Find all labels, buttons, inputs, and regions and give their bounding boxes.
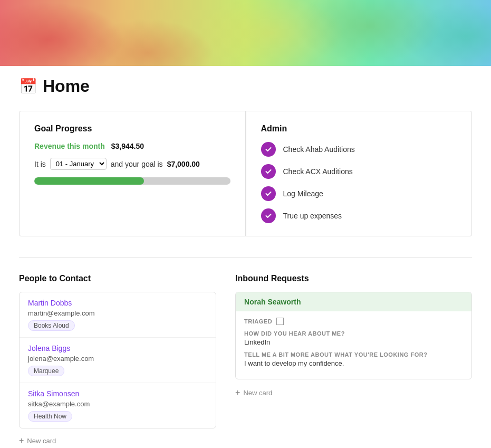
check-circle-icon — [261, 164, 276, 179]
contact-card[interactable]: Jolena Biggs jolena@example.com Marquee — [20, 338, 216, 383]
triaged-label: TRIAGED — [244, 318, 272, 325]
looking-for-value: I want to develop my confidence. — [244, 359, 463, 367]
contact-name: Sitka Simonsen — [28, 389, 207, 398]
contact-tag: Books Aloud — [28, 320, 75, 331]
revenue-row: Revenue this month $3,944.50 — [34, 142, 230, 150]
inbound-card: Norah Seaworth TRIAGED HOW DID YOU HEAR … — [235, 292, 472, 379]
it-is-label: It is — [34, 160, 46, 168]
admin-item-label: True up expenses — [283, 212, 342, 220]
contact-tag: Health Now — [28, 411, 72, 422]
revenue-value: $3,944.50 — [111, 142, 144, 150]
new-contact-card-button[interactable]: + New card — [19, 434, 56, 447]
admin-section: Admin Check Ahab Auditions — [246, 111, 472, 236]
contact-card[interactable]: Martin Dobbs martin@example.com Books Al… — [20, 292, 216, 338]
how-heard-value: LinkedIn — [244, 338, 463, 346]
check-circle-icon — [261, 186, 276, 201]
new-inbound-label: New card — [243, 389, 272, 397]
progress-bar-fill — [34, 177, 144, 185]
looking-for-label: TELL ME A BIT MORE ABOUT WHAT YOU'RE LOO… — [244, 351, 463, 358]
plus-icon: + — [19, 436, 24, 445]
calendar-icon: 📅 — [19, 78, 37, 95]
goal-section: Goal Progress Revenue this month $3,944.… — [20, 111, 246, 236]
triaged-row: TRIAGED — [244, 318, 463, 325]
goal-amount: $7,000.00 — [167, 160, 200, 168]
admin-item: Log Mileage — [261, 186, 457, 201]
hero-banner — [0, 0, 491, 66]
main-grid: Goal Progress Revenue this month $3,944.… — [19, 111, 472, 236]
goal-row: It is 01 - January and your goal is $7,0… — [34, 158, 230, 170]
contact-tag: Marquee — [28, 366, 64, 376]
and-your-goal-label: and your goal is — [111, 160, 163, 168]
admin-item: Check Ahab Auditions — [261, 142, 457, 157]
admin-section-title: Admin — [261, 124, 457, 134]
people-section-title: People to Contact — [19, 274, 216, 283]
page-title: Home — [43, 77, 90, 96]
people-section: People to Contact Martin Dobbs martin@ex… — [19, 274, 216, 447]
admin-item-label: Check Ahab Auditions — [283, 145, 355, 154]
contacts-list: Martin Dobbs martin@example.com Books Al… — [19, 292, 216, 428]
check-circle-icon — [261, 208, 276, 223]
section-divider — [19, 258, 472, 258]
admin-item: True up expenses — [261, 208, 457, 223]
month-select[interactable]: 01 - January — [50, 158, 107, 170]
bottom-grid: People to Contact Martin Dobbs martin@ex… — [19, 274, 472, 447]
revenue-label: Revenue this month — [34, 142, 105, 150]
new-contact-label: New card — [27, 437, 56, 445]
inbound-section: Inbound Requests Norah Seaworth TRIAGED … — [235, 274, 472, 447]
page-title-row: 📅 Home — [19, 77, 472, 96]
admin-item: Check ACX Auditions — [261, 164, 457, 179]
check-circle-icon — [261, 142, 276, 157]
inbound-card-body: TRIAGED HOW DID YOU HEAR ABOUT ME? Linke… — [236, 311, 471, 379]
progress-bar-background — [34, 177, 230, 185]
contact-name: Jolena Biggs — [28, 344, 207, 352]
inbound-card-header: Norah Seaworth — [236, 292, 471, 311]
contact-email: jolena@example.com — [28, 355, 207, 363]
contact-name: Martin Dobbs — [28, 299, 207, 307]
how-heard-label: HOW DID YOU HEAR ABOUT ME? — [244, 330, 463, 337]
admin-item-label: Log Mileage — [283, 189, 323, 198]
contact-email: martin@example.com — [28, 309, 207, 317]
admin-items-list: Check Ahab Auditions Check ACX Auditions — [261, 142, 457, 223]
admin-item-label: Check ACX Auditions — [283, 167, 353, 176]
inbound-section-title: Inbound Requests — [235, 274, 472, 283]
contact-email: sitka@example.com — [28, 400, 207, 408]
triaged-checkbox[interactable] — [276, 318, 284, 325]
plus-icon: + — [235, 388, 240, 397]
contact-card[interactable]: Sitka Simonsen sitka@example.com Health … — [20, 383, 216, 428]
new-inbound-card-button[interactable]: + New card — [235, 386, 272, 399]
goal-section-title: Goal Progress — [34, 124, 230, 134]
